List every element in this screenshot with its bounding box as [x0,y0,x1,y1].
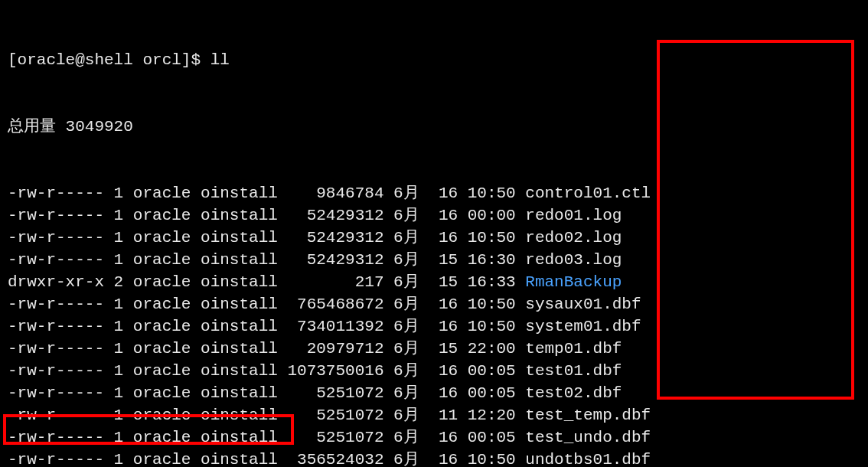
file-row: -rw-r----- 1 oracle oinstall 20979712 6月… [8,338,860,360]
file-row-meta: -rw-r----- 1 oracle oinstall 52429312 6月… [8,207,525,224]
file-row-meta: -rw-r----- 1 oracle oinstall 52429312 6月… [8,229,525,247]
file-row: -rw-r----- 1 oracle oinstall 356524032 6… [8,449,860,467]
command-entered: ll [210,51,230,69]
file-name: control01.ctl [525,185,651,202]
file-name: redo02.log [525,229,622,247]
file-row-meta: -rw-r----- 1 oracle oinstall 1073750016 … [8,362,525,380]
file-row-meta: -rw-r----- 1 oracle oinstall 5251072 6月 … [8,429,525,446]
file-row: drwxr-xr-x 2 oracle oinstall 217 6月 15 1… [8,271,860,293]
file-name: undotbs01.dbf [525,451,651,467]
file-row: -rw-r----- 1 oracle oinstall 5251072 6月 … [8,404,860,426]
file-row: -rw-r----- 1 oracle oinstall 52429312 6月… [8,249,860,271]
file-row: -rw-r----- 1 oracle oinstall 1073750016 … [8,360,860,382]
file-row-meta: drwxr-xr-x 2 oracle oinstall 217 6月 15 1… [8,273,525,291]
file-row: -rw-r----- 1 oracle oinstall 765468672 6… [8,293,860,315]
prompt: [oracle@shell orcl]$ [8,51,210,69]
file-row-meta: -rw-r----- 1 oracle oinstall 5251072 6月 … [8,407,525,424]
file-row-meta: -rw-r----- 1 oracle oinstall 9846784 6月 … [8,185,525,202]
file-row: -rw-r----- 1 oracle oinstall 52429312 6月… [8,227,860,249]
prompt-line-1: [oracle@shell orcl]$ ll [8,49,860,71]
file-row-meta: -rw-r----- 1 oracle oinstall 20979712 6月… [8,340,525,358]
file-name: test_temp.dbf [525,407,651,424]
total-line: 总用量 3049920 [8,116,860,138]
file-name: redo03.log [525,251,622,269]
file-name: sysaux01.dbf [525,296,641,313]
file-name: redo01.log [525,207,622,224]
file-name: test02.dbf [525,384,622,402]
file-name: test01.dbf [525,362,622,380]
file-row: -rw-r----- 1 oracle oinstall 9846784 6月 … [8,182,860,204]
file-row-meta: -rw-r----- 1 oracle oinstall 52429312 6月… [8,251,525,269]
file-row-meta: -rw-r----- 1 oracle oinstall 5251072 6月 … [8,384,525,402]
terminal[interactable]: [oracle@shell orcl]$ ll 总用量 3049920 -rw-… [0,0,868,467]
file-row: -rw-r----- 1 oracle oinstall 52429312 6月… [8,204,860,227]
file-row: -rw-r----- 1 oracle oinstall 734011392 6… [8,315,860,338]
file-row: -rw-r----- 1 oracle oinstall 5251072 6月 … [8,382,860,404]
file-name: temp01.dbf [525,340,622,358]
file-row: -rw-r----- 1 oracle oinstall 5251072 6月 … [8,426,860,449]
file-name: test_undo.dbf [525,429,651,446]
file-row-meta: -rw-r----- 1 oracle oinstall 734011392 6… [8,318,525,335]
file-row-meta: -rw-r----- 1 oracle oinstall 356524032 6… [8,451,525,467]
file-name: system01.dbf [525,318,641,335]
file-row-meta: -rw-r----- 1 oracle oinstall 765468672 6… [8,296,525,313]
file-name: RmanBackup [525,273,622,291]
